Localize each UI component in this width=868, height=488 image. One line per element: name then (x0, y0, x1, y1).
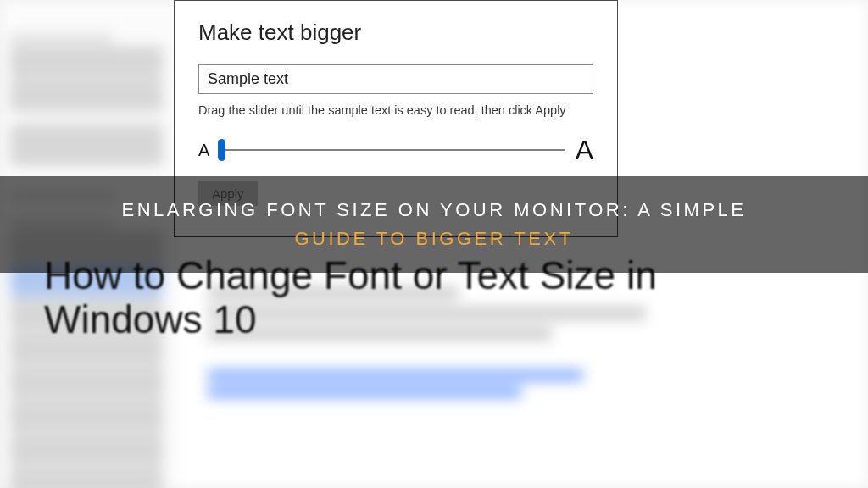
banner-line2: GUIDE TO BIGGER TEXT (294, 228, 573, 249)
slider-track (220, 149, 565, 151)
letter-small-icon: A (198, 141, 209, 160)
overlay-banner: ENLARGING FONT SIZE ON YOUR MONITOR: A S… (0, 176, 868, 273)
text-size-slider[interactable] (220, 140, 565, 160)
card-title: Make text bigger (198, 19, 593, 46)
banner-text: ENLARGING FONT SIZE ON YOUR MONITOR: A S… (122, 196, 747, 253)
slider-hint: Drag the slider until the sample text is… (198, 103, 593, 119)
sample-text-box (198, 64, 593, 94)
slider-thumb[interactable] (218, 139, 225, 161)
letter-big-icon: A (576, 135, 593, 166)
banner-line1: ENLARGING FONT SIZE ON YOUR MONITOR: A S… (122, 199, 747, 220)
slider-row: A A (198, 135, 593, 166)
